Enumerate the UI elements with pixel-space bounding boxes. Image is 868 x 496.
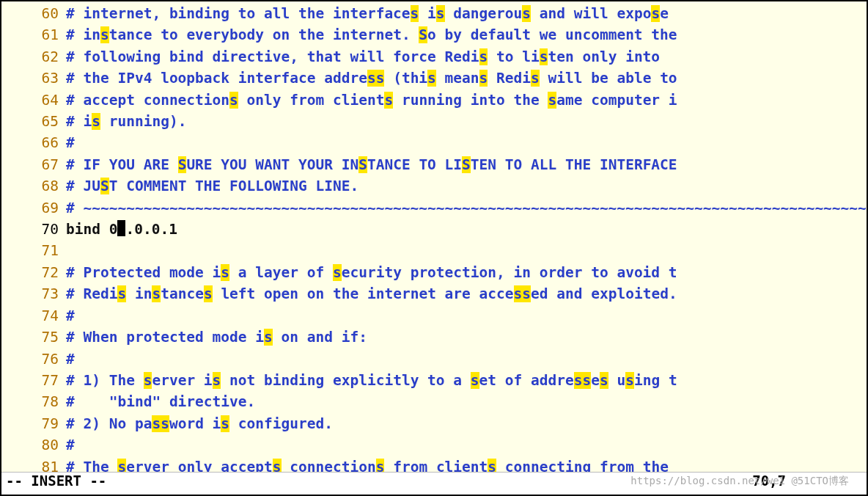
watermark-text: https://blog.csdn.net/wei @51CTO博客: [630, 470, 849, 492]
code-line[interactable]: 61# instance to everybody on the interne…: [1, 24, 867, 45]
code-line[interactable]: 62# following bind directive, that will …: [1, 46, 867, 68]
code-line[interactable]: 71: [1, 240, 867, 261]
line-text[interactable]: # IF YOU ARE SURE YOU WANT YOUR INSTANCE…: [66, 154, 867, 175]
line-text[interactable]: # ~~~~~~~~~~~~~~~~~~~~~~~~~~~~~~~~~~~~~~…: [66, 197, 867, 219]
line-text[interactable]: # the IPv4 loopback interface address (t…: [66, 68, 867, 89]
line-number: 77: [1, 370, 66, 391]
line-number: 80: [1, 434, 66, 456]
text-cursor: [117, 220, 125, 236]
line-text[interactable]: # is running).: [66, 111, 867, 132]
line-text[interactable]: [66, 240, 867, 261]
editor-viewport[interactable]: 60# internet, binding to all the interfa…: [1, 1, 867, 478]
code-line[interactable]: 74#: [1, 305, 867, 327]
code-line[interactable]: 77# 1) The server is not binding explici…: [1, 370, 867, 391]
line-text[interactable]: # accept connections only from clients r…: [66, 90, 867, 111]
code-line[interactable]: 60# internet, binding to all the interfa…: [1, 3, 867, 24]
line-text[interactable]: # internet, binding to all the interface…: [66, 3, 867, 24]
line-number: 76: [1, 349, 66, 370]
line-number: 68: [1, 175, 66, 197]
line-text[interactable]: # following bind directive, that will fo…: [66, 46, 867, 68]
line-number: 61: [1, 24, 66, 45]
line-text[interactable]: # Redis instances left open on the inter…: [66, 283, 867, 304]
line-text[interactable]: #: [66, 434, 867, 456]
line-text[interactable]: bind 0.0.0.1: [66, 219, 867, 240]
line-text[interactable]: # JUST COMMENT THE FOLLOWING LINE.: [66, 175, 867, 197]
code-line[interactable]: 69# ~~~~~~~~~~~~~~~~~~~~~~~~~~~~~~~~~~~~…: [1, 197, 867, 219]
line-number: 66: [1, 132, 66, 153]
line-number: 67: [1, 154, 66, 175]
line-text[interactable]: #: [66, 305, 867, 327]
code-line[interactable]: 76#: [1, 349, 867, 370]
line-number: 63: [1, 68, 66, 89]
line-number: 72: [1, 262, 66, 283]
line-number: 73: [1, 283, 66, 304]
line-text[interactable]: # instance to everybody on the internet.…: [66, 24, 867, 45]
code-line[interactable]: 72# Protected mode is a layer of securit…: [1, 262, 867, 283]
line-number: 64: [1, 90, 66, 111]
line-text[interactable]: # 1) The server is not binding explicitl…: [66, 370, 867, 391]
code-line[interactable]: 70bind 0.0.0.1: [1, 219, 867, 240]
line-number: 65: [1, 111, 66, 132]
line-number: 70: [1, 219, 66, 240]
line-text[interactable]: # Protected mode is a layer of security …: [66, 262, 867, 283]
code-line[interactable]: 75# When protected mode is on and if:: [1, 327, 867, 348]
line-number: 78: [1, 391, 66, 412]
line-text[interactable]: #: [66, 132, 867, 153]
line-number: 74: [1, 305, 66, 327]
code-line[interactable]: 66#: [1, 132, 867, 153]
code-line[interactable]: 73# Redis instances left open on the int…: [1, 283, 867, 304]
code-line[interactable]: 80#: [1, 434, 867, 456]
code-line[interactable]: 68# JUST COMMENT THE FOLLOWING LINE.: [1, 175, 867, 197]
line-text[interactable]: #: [66, 349, 867, 370]
line-number: 69: [1, 197, 66, 219]
line-text[interactable]: # 2) No password is configured.: [66, 413, 867, 434]
code-line[interactable]: 64# accept connections only from clients…: [1, 90, 867, 111]
line-number: 60: [1, 3, 66, 24]
code-line[interactable]: 78# "bind" directive.: [1, 391, 867, 412]
code-line[interactable]: 79# 2) No password is configured.: [1, 413, 867, 434]
code-line[interactable]: 67# IF YOU ARE SURE YOU WANT YOUR INSTAN…: [1, 154, 867, 175]
line-number: 75: [1, 327, 66, 348]
line-number: 79: [1, 413, 66, 434]
line-number: 71: [1, 240, 66, 261]
editor-mode: -- INSERT --: [6, 470, 106, 492]
code-line[interactable]: 63# the IPv4 loopback interface address …: [1, 68, 867, 89]
code-line[interactable]: 65# is running).: [1, 111, 867, 132]
line-number: 62: [1, 46, 66, 68]
line-text[interactable]: # "bind" directive.: [66, 391, 867, 412]
line-text[interactable]: # When protected mode is on and if:: [66, 327, 867, 348]
status-bar: -- INSERT -- 70,7 https://blog.csdn.net/…: [1, 472, 867, 495]
